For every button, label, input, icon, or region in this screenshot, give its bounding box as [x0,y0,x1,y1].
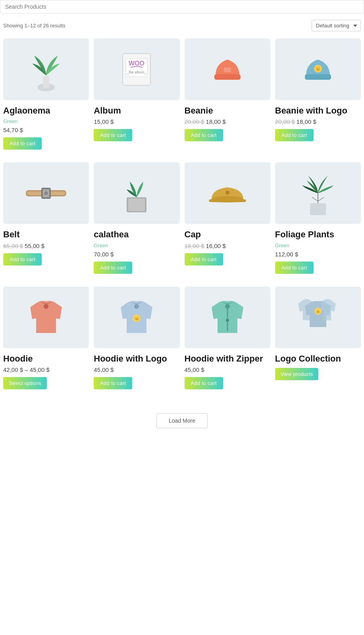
svg-text:_the album_: _the album_ [127,70,147,74]
add-to-cart-button-calathea[interactable]: Add to cart [94,262,132,274]
add-to-cart-button-hoodie-with-zipper[interactable]: Add to cart [185,377,223,389]
product-name-beanie-with-logo: Beanie with Logo [275,106,361,116]
product-price-cap: 18,00 $16,00 $ [185,242,270,249]
svg-rect-21 [128,198,145,211]
svg-rect-7 [224,67,231,72]
svg-text:😊: 😊 [135,316,139,321]
product-card-logo-collection: 😊 Logo CollectionView products [275,287,361,389]
svg-rect-1 [43,76,49,88]
product-name-logo-collection: Logo Collection [275,354,361,364]
product-image-beanie[interactable] [185,38,270,100]
svg-point-33 [225,304,230,309]
product-name-hoodie-with-logo: Hoodie with Logo [94,354,179,364]
add-to-cart-button-foliage-plants[interactable]: Add to cart [275,262,314,274]
product-name-cap: Cap [185,229,270,240]
product-card-cap: Cap18,00 $16,00 $Add to cart [185,162,270,273]
product-image-hoodie-with-logo[interactable]: 😊 [94,287,179,348]
svg-text:WOO: WOO [129,60,144,67]
product-price-hoodie-with-zipper: 45,00 $ [185,366,270,373]
product-price-foliage-plants: 112,00 $ [275,251,361,258]
svg-rect-24 [310,203,326,215]
product-card-hoodie-with-zipper: Hoodie with Zipper45,00 $Add to cart [185,287,270,389]
product-card-calathea: calatheaGreen70,00 $Add to cart [94,162,179,273]
add-to-cart-button-hoodie-with-logo[interactable]: Add to cart [94,377,132,389]
product-category-foliage-plants: Green [275,242,361,248]
product-card-album: WOO _the album_ Album15,00 $Add to cart [94,38,179,150]
product-card-hoodie: Hoodie42,00 $ – 45,00 $Select options [3,287,89,389]
product-card-aglaonema: AglaonemaGreen54,70 $Add to cart [3,38,89,150]
load-more-section: Load More [0,405,364,440]
product-price-calathea: 70,00 $ [94,251,179,258]
svg-point-29 [134,304,139,309]
add-to-cart-button-cap[interactable]: Add to cart [185,253,223,266]
svg-text:😊: 😊 [316,310,320,314]
svg-rect-34 [226,319,229,321]
product-price-beanie: 20,00 $18,00 $ [185,118,270,125]
product-name-belt: Belt [3,229,89,240]
product-image-album[interactable]: WOO _the album_ [94,38,179,100]
product-price-hoodie-with-logo: 45,00 $ [94,366,179,373]
view-products-button-logo-collection[interactable]: View products [275,368,318,380]
svg-rect-6 [214,74,241,80]
add-to-cart-button-album[interactable]: Add to cart [94,129,132,141]
product-card-belt: Belt65,00 $55,00 $Add to cart [3,162,89,273]
product-image-calathea[interactable] [94,162,179,224]
search-input[interactable] [0,0,364,13]
product-name-album: Album [94,106,179,116]
add-to-cart-button-belt[interactable]: Add to cart [3,253,42,266]
product-price-hoodie: 42,00 $ – 45,00 $ [3,366,89,373]
product-name-aglaonema: Aglaonema [3,106,89,116]
product-image-cap[interactable] [185,162,270,224]
load-more-button[interactable]: Load More [156,413,208,428]
product-name-beanie: Beanie [185,106,270,116]
product-card-beanie-with-logo: 😊 Beanie with Logo20,00 $18,00 $Add to c… [275,38,361,150]
product-image-logo-collection[interactable]: 😊 [275,287,361,348]
product-category-calathea: Green [94,242,179,248]
svg-point-28 [44,304,48,309]
products-grid: AglaonemaGreen54,70 $Add to cart WOO _th… [0,35,364,405]
product-category-aglaonema: Green [3,118,89,124]
svg-line-27 [318,197,324,201]
product-image-hoodie-with-zipper[interactable] [185,287,270,348]
product-image-belt[interactable] [3,162,89,224]
product-image-hoodie[interactable] [3,287,89,348]
add-to-cart-button-beanie-with-logo[interactable]: Add to cart [275,129,314,141]
add-to-cart-button-beanie[interactable]: Add to cart [185,129,223,141]
product-image-foliage-plants[interactable] [275,162,361,224]
product-name-hoodie: Hoodie [3,354,89,364]
svg-point-18 [45,192,47,194]
product-card-beanie: Beanie20,00 $18,00 $Add to cart [185,38,270,150]
product-image-beanie-with-logo[interactable]: 😊 [275,38,361,100]
product-card-hoodie-with-logo: 😊 Hoodie with Logo45,00 $Add to cart [94,287,179,389]
product-name-calathea: calathea [94,229,179,240]
product-name-foliage-plants: Foliage Plants [275,229,361,240]
product-price-aglaonema: 54,70 $ [3,127,89,133]
svg-rect-8 [305,74,331,80]
svg-line-26 [312,197,318,201]
add-to-cart-button-aglaonema[interactable]: Add to cart [3,137,42,150]
product-price-album: 15,00 $ [94,118,179,125]
svg-point-23 [225,190,229,194]
results-header: Showing 1–12 of 26 results Default sorti… [0,13,364,35]
product-image-aglaonema[interactable] [3,38,89,100]
product-price-beanie-with-logo: 20,00 $18,00 $ [275,118,361,125]
svg-text:😊: 😊 [316,67,320,71]
product-card-foliage-plants: Foliage PlantsGreen112,00 $Add to cart [275,162,361,273]
product-name-hoodie-with-zipper: Hoodie with Zipper [185,354,270,364]
results-count: Showing 1–12 of 26 results [3,23,65,29]
product-price-belt: 65,00 $55,00 $ [3,242,89,249]
sorting-select[interactable]: Default sorting [312,20,361,31]
select-options-button-hoodie[interactable]: Select options [3,377,47,389]
